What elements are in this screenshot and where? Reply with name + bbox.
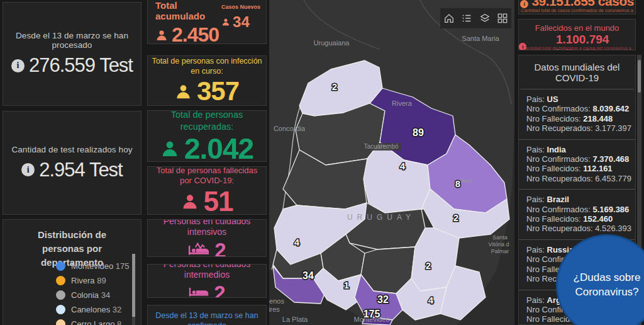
case-count-marker: 1: [344, 280, 349, 290]
place-label: La Plata: [282, 316, 308, 323]
case-count-marker: 34: [303, 270, 314, 281]
legend-label: Rivera 89: [71, 276, 106, 285]
icu-label: Personas en cuidados intensivos: [148, 219, 266, 238]
recovered-value: 2.042: [184, 134, 253, 162]
case-count-marker: 2: [426, 260, 431, 271]
case-count-marker: 175: [364, 309, 380, 319]
case-count-marker: 32: [377, 294, 389, 305]
legend-dot: [56, 290, 65, 300]
world-deaths-panel: Fallecidos en el mundo i1.100.794 fallec…: [518, 19, 636, 50]
world-deaths-subtitle: Cantidad total de fallecidos a causa del…: [519, 45, 635, 50]
country-recovered: Nro Recuperados: 6.453.779: [526, 174, 633, 183]
case-count-marker: 4: [294, 237, 300, 248]
info-icon[interactable]: i: [21, 163, 35, 176]
bubble-line2: Coronavirus?: [575, 285, 638, 300]
intermediate-care-panel: Personas en cuidados intermedios 2: [147, 264, 267, 298]
place-label: Palmar: [491, 248, 509, 254]
case-count-marker: 4: [428, 295, 434, 305]
deceased-label: Total de personas fallecidas por COVID-1…: [148, 166, 266, 186]
country-entry: Pais: USNro Confirmados: 8.039.642Nro Fa…: [519, 89, 635, 140]
confirmed-since-panel: Desde el 13 de marzo se han confirmado 3…: [147, 305, 267, 325]
tests-today-panel: Cantidad de test realizados hoy i 2.954 …: [3, 111, 142, 215]
active-cases-value: 357: [197, 78, 239, 105]
legend-item[interactable]: Colonia 34: [56, 288, 128, 302]
world-deaths-title: Fallecidos en el mundo: [519, 23, 635, 33]
case-count-marker: 4: [400, 161, 406, 171]
case-count-marker: 2: [332, 81, 337, 92]
pie-legend: Montevideo 175Rivera 89Colonia 34Canelon…: [56, 259, 128, 325]
place-label: Rivera: [392, 100, 413, 107]
legend-label: Canelones 32: [71, 305, 121, 314]
world-scrollbar-thumb[interactable]: [638, 60, 641, 93]
person-icon: [181, 193, 199, 210]
legend-label: Colonia 34: [71, 290, 110, 300]
place-label: Uruguaiana: [314, 39, 350, 47]
place-label: Santa: [492, 234, 508, 241]
legend-item[interactable]: Montevideo 175: [56, 259, 128, 273]
place-label: Vitória d: [489, 241, 509, 248]
deceased-panel: Total de personas fallecidas por COVID-1…: [147, 166, 267, 215]
person-icon: [155, 29, 168, 42]
place-label: ires: [269, 305, 280, 313]
legend-dot: [56, 305, 65, 314]
icu-bed-icon: [188, 242, 209, 258]
layers-icon[interactable]: [477, 11, 492, 26]
country-confirmed: Nro Confirmados: 7.370.468: [526, 154, 633, 164]
active-cases-label: Total de personas con infección en curso…: [148, 57, 266, 76]
country-name: Pais: India: [526, 145, 633, 154]
legend-label: Montevideo 175: [71, 261, 130, 271]
home-icon[interactable]: [441, 11, 457, 26]
legend-dot: [56, 276, 65, 285]
country-recovered: Nro Recuperados: 4.526.393: [526, 224, 633, 233]
country-deaths: Nro Fallecidos: 152.460: [526, 214, 633, 224]
world-data-header: Datos mundiales del COVID-19: [519, 55, 635, 89]
map-toolbar: [440, 8, 511, 28]
place-label: Tacuarembó: [364, 143, 398, 150]
legend-item[interactable]: Canelones 32: [56, 302, 128, 317]
legend-scrollbar[interactable]: [132, 254, 135, 325]
place-label: URUGUAY: [347, 213, 415, 222]
accumulated-panel: Total acumulado 2.450 personas confirmad…: [147, 0, 267, 44]
tests-today-label: Cantidad de test realizados hoy: [11, 145, 132, 154]
place-label: Melo: [459, 178, 472, 184]
info-icon[interactable]: i: [11, 59, 25, 72]
intermediate-care-label: Personas en cuidados intermedios: [148, 264, 266, 281]
intermediate-care-value: 2: [214, 283, 225, 299]
basemap-icon[interactable]: [495, 11, 510, 26]
legend-dot: [56, 261, 65, 271]
legend-label: Cerro Largo 8: [71, 319, 121, 325]
info-icon[interactable]: i: [520, 0, 528, 8]
tests-today-value: 2.954 Test: [39, 159, 122, 181]
uruguay-map[interactable]: UruguaianaSanta MariaRiveraConcordiaTacu…: [269, 0, 514, 325]
bubble-line1: ¿Dudas sobre: [574, 271, 641, 285]
icu-value: 2: [214, 240, 225, 258]
country-recovered: Nro Recuperados: 3.177.397: [526, 123, 633, 133]
tests-processed-panel: Desde el 13 de marzo se han procesado i …: [3, 2, 142, 106]
case-count-marker: 8: [455, 178, 460, 189]
deceased-value: 51: [204, 188, 233, 215]
tests-processed-label: Desde el 13 de marzo se han procesado: [3, 31, 141, 50]
world-cases-panel: i 39.151.855 casos Cantidad total de cas…: [518, 0, 636, 14]
icu-panel: Personas en cuidados intensivos 2: [147, 219, 267, 257]
country-entry: Pais: BrazilNro Confirmados: 5.169.386Nr…: [519, 190, 635, 240]
new-cases-label: Casos Nuevos: [221, 4, 261, 10]
country-name: Pais: US: [526, 94, 633, 104]
recovered-panel: Total de personas recuperadas: 2.042: [147, 110, 267, 162]
person-icon: [221, 18, 230, 26]
legend-icon[interactable]: [459, 11, 474, 26]
country-entry: Pais: IndiaNro Confirmados: 7.370.468Nro…: [519, 140, 635, 190]
country-name: Pais: Brazil: [526, 195, 633, 204]
active-cases-panel: Total de personas con infección en curso…: [147, 55, 267, 106]
recovered-label: Total de personas recuperadas:: [148, 110, 266, 132]
place-label: enos: [269, 297, 284, 305]
distribution-panel: Distribución de personas por departament…: [3, 219, 142, 325]
legend-item[interactable]: Cerro Largo 8: [56, 317, 128, 325]
legend-scrollbar-thumb[interactable]: [132, 254, 135, 317]
country-deaths: Nro Fallecidos: 112.161: [526, 164, 633, 173]
place-label: Concordia: [274, 125, 306, 132]
accumulated-value: 2.450: [172, 23, 219, 44]
world-cases-subtitle: Cantidad total de casos confirmados de c…: [519, 8, 635, 14]
confirmed-since-label: Desde el 13 de marzo se han confirmado: [148, 305, 266, 325]
place-label: Santa Maria: [462, 35, 499, 42]
legend-item[interactable]: Rivera 89: [56, 273, 128, 288]
